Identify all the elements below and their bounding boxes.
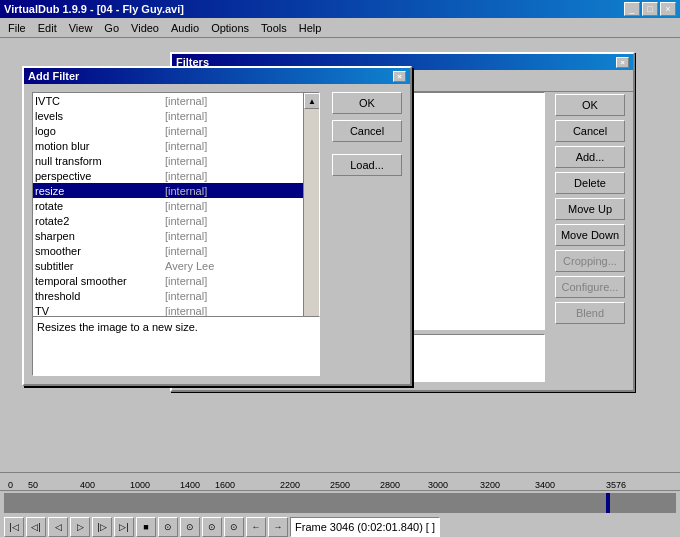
add-filter-list-item[interactable]: rotate[internal] (33, 198, 303, 213)
filters-configure-button[interactable]: Configure... (555, 276, 625, 298)
timeline-area: 0 50 400 1000 1400 1600 2200 2500 2800 3… (0, 472, 680, 537)
filters-title-buttons: × (616, 57, 629, 68)
add-filter-cancel-button[interactable]: Cancel (332, 120, 402, 142)
add-filter-list-item[interactable]: IVTC[internal] (33, 93, 303, 108)
frame-display: Frame 3046 (0:02:01.840) [ ] (290, 517, 440, 537)
filter-name: smoother (35, 245, 165, 257)
menu-go[interactable]: Go (98, 21, 125, 35)
filters-cropping-button[interactable]: Cropping... (555, 250, 625, 272)
filter-name: logo (35, 125, 165, 137)
menu-help[interactable]: Help (293, 21, 328, 35)
filters-add-button[interactable]: Add... (555, 146, 625, 168)
maximize-button[interactable]: □ (642, 2, 658, 16)
timeline-thumb[interactable] (606, 493, 610, 513)
menu-view[interactable]: View (63, 21, 99, 35)
filter-source: [internal] (165, 155, 207, 167)
add-filter-list-item[interactable]: temporal smoother[internal] (33, 273, 303, 288)
add-filter-list-item[interactable]: resize[internal] (33, 183, 303, 198)
add-filter-list-item[interactable]: subtitlerAvery Lee (33, 258, 303, 273)
prev-frame-button[interactable]: ◁ (48, 517, 68, 537)
add-filter-list-item[interactable]: smoother[internal] (33, 243, 303, 258)
filters-cancel-button[interactable]: Cancel (555, 120, 625, 142)
filters-blend-button[interactable]: Blend (555, 302, 625, 324)
filter-source: [internal] (165, 230, 207, 242)
timeline-ruler: 0 50 400 1000 1400 1600 2200 2500 2800 3… (0, 473, 680, 491)
step-back-key-button[interactable]: ◁| (26, 517, 46, 537)
scroll-up-button[interactable]: ▲ (304, 93, 320, 109)
ruler-2200: 2200 (280, 480, 300, 490)
add-filter-desc-text: Resizes the image to a new size. (37, 321, 198, 333)
menu-file[interactable]: File (2, 21, 32, 35)
menu-edit[interactable]: Edit (32, 21, 63, 35)
mark-out-button[interactable]: → (268, 517, 288, 537)
title-bar: VirtualDub 1.9.9 - [04 - Fly Guy.avi] _ … (0, 0, 680, 18)
add-filter-ok-button[interactable]: OK (332, 92, 402, 114)
ruler-2500: 2500 (330, 480, 350, 490)
menu-video[interactable]: Video (125, 21, 165, 35)
ruler-2800: 2800 (380, 480, 400, 490)
filter-name: null transform (35, 155, 165, 167)
rewind-to-start-button[interactable]: |◁ (4, 517, 24, 537)
menu-tools[interactable]: Tools (255, 21, 293, 35)
filters-close-button[interactable]: × (616, 57, 629, 68)
ruler-1600: 1600 (215, 480, 235, 490)
filter-source: [internal] (165, 290, 207, 302)
forward-to-end-button[interactable]: ▷| (114, 517, 134, 537)
ruler-3576: 3576 (606, 480, 626, 490)
btn8[interactable]: ⊙ (180, 517, 200, 537)
filter-source: [internal] (165, 140, 207, 152)
btn10[interactable]: ⊙ (224, 517, 244, 537)
step-forward-key-button[interactable]: |▷ (92, 517, 112, 537)
filter-name: temporal smoother (35, 275, 165, 287)
add-filter-title-buttons: × (393, 71, 406, 82)
filter-name: rotate (35, 200, 165, 212)
ruler-50: 50 (28, 480, 38, 490)
filter-source: Avery Lee (165, 260, 214, 272)
next-frame-button[interactable]: ▷ (70, 517, 90, 537)
add-filter-list-item[interactable]: perspective[internal] (33, 168, 303, 183)
close-button[interactable]: × (660, 2, 676, 16)
menu-audio[interactable]: Audio (165, 21, 205, 35)
add-filter-close-button[interactable]: × (393, 71, 406, 82)
ruler-1000: 1000 (130, 480, 150, 490)
stop-button[interactable]: ■ (136, 517, 156, 537)
timeline-track[interactable] (4, 493, 676, 513)
add-filter-list-item[interactable]: sharpen[internal] (33, 228, 303, 243)
add-filter-list-item[interactable]: levels[internal] (33, 108, 303, 123)
filter-source: [internal] (165, 215, 207, 227)
filters-delete-button[interactable]: Delete (555, 172, 625, 194)
filter-source: [internal] (165, 185, 207, 197)
filter-name: rotate2 (35, 215, 165, 227)
filter-source: [internal] (165, 200, 207, 212)
menu-options[interactable]: Options (205, 21, 255, 35)
add-filter-list-item[interactable]: logo[internal] (33, 123, 303, 138)
add-filter-list-item[interactable]: rotate2[internal] (33, 213, 303, 228)
ruler-400: 400 (80, 480, 95, 490)
add-filter-title-text: Add Filter (28, 70, 79, 82)
filter-name: threshold (35, 290, 165, 302)
filters-buttons: OK Cancel Add... Delete Move Up Move Dow… (555, 94, 625, 324)
filters-movedown-button[interactable]: Move Down (555, 224, 625, 246)
mark-in-button[interactable]: ← (246, 517, 266, 537)
add-filter-load-button[interactable]: Load... (332, 154, 402, 176)
filter-name: subtitler (35, 260, 165, 272)
btn9[interactable]: ⊙ (202, 517, 222, 537)
add-filter-list-item[interactable]: null transform[internal] (33, 153, 303, 168)
main-area: Filters × Input Output Filter OK Cancel … (0, 38, 680, 537)
minimize-button[interactable]: _ (624, 2, 640, 16)
ruler-0: 0 (8, 480, 13, 490)
filter-name: motion blur (35, 140, 165, 152)
filter-source: [internal] (165, 95, 207, 107)
record-button[interactable]: ⊙ (158, 517, 178, 537)
filters-moveup-button[interactable]: Move Up (555, 198, 625, 220)
filter-name: TV (35, 305, 165, 317)
add-filter-ok-area: OK (332, 92, 402, 114)
filters-ok-button[interactable]: OK (555, 94, 625, 116)
title-bar-buttons: _ □ × (624, 2, 676, 16)
add-filter-list-item[interactable]: motion blur[internal] (33, 138, 303, 153)
filter-source: [internal] (165, 125, 207, 137)
filter-name: levels (35, 110, 165, 122)
filter-source: [internal] (165, 305, 207, 317)
ruler-3400: 3400 (535, 480, 555, 490)
add-filter-list-item[interactable]: threshold[internal] (33, 288, 303, 303)
